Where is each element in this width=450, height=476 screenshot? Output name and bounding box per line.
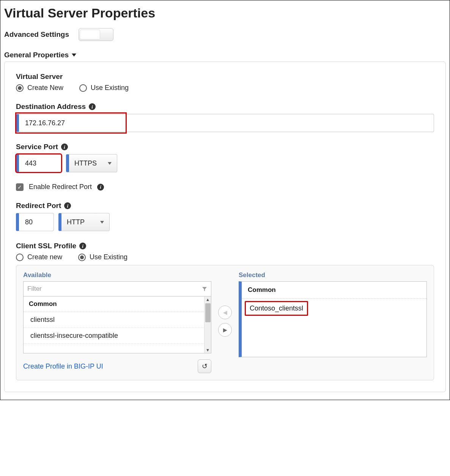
scrollbar[interactable]: ▲ ▼: [204, 296, 211, 353]
available-listbox[interactable]: Common clientssl clientssl-insecure-comp…: [23, 296, 211, 353]
redirect-port-protocol-select[interactable]: HTTP: [58, 213, 110, 231]
radio-create-new[interactable]: [16, 84, 24, 92]
filter-icon: [202, 286, 207, 292]
ssl-radio-create-new-label: Create new: [27, 253, 62, 261]
toggle-knob: [80, 30, 100, 39]
radio-create-new-label: Create New: [27, 84, 63, 92]
enable-redirect-checkbox[interactable]: ✓: [16, 183, 24, 191]
info-icon[interactable]: i: [97, 184, 104, 191]
list-item[interactable]: clientssl-insecure-compatible: [24, 328, 211, 344]
page-title: Virtual Server Properties: [4, 6, 446, 20]
service-port-block: Service Port i HTTPS: [16, 143, 434, 172]
refresh-icon: [202, 362, 208, 370]
ssl-radio-use-existing[interactable]: [78, 254, 86, 261]
create-profile-link[interactable]: Create Profile in BIG-IP UI: [23, 363, 103, 370]
list-item[interactable]: clientssl: [24, 312, 211, 328]
destination-address-label: Destination Address: [16, 102, 86, 111]
select-value: HTTP: [67, 218, 85, 226]
enable-redirect-block: ✓ Enable Redirect Port i: [16, 183, 434, 191]
highlight-box: Contoso_clientssl: [245, 301, 308, 316]
radio-use-existing[interactable]: [79, 84, 87, 92]
info-icon[interactable]: i: [79, 243, 86, 249]
scroll-thumb[interactable]: [205, 303, 211, 322]
list-item[interactable]: Contoso_clientssl: [250, 304, 303, 312]
enable-redirect-label: Enable Redirect Port: [29, 183, 92, 191]
destination-address-block: Destination Address i: [16, 102, 434, 132]
redirect-port-block: Redirect Port i HTTP: [16, 202, 434, 231]
available-column: Available Filter Common clientssl client…: [23, 271, 211, 373]
mover-buttons: ◀ ▶: [218, 271, 232, 337]
virtual-server-block: Virtual Server Create New Use Existing: [16, 73, 434, 92]
advanced-settings-label: Advanced Settings: [4, 30, 69, 39]
info-icon[interactable]: i: [61, 143, 68, 150]
selected-group-header: Common: [242, 282, 426, 299]
service-port-label: Service Port: [16, 143, 58, 151]
refresh-button[interactable]: [198, 359, 211, 373]
filter-placeholder: Filter: [27, 285, 42, 293]
section-label: General Properties: [4, 51, 69, 59]
chevron-down-icon: [72, 54, 76, 57]
virtual-server-label: Virtual Server: [16, 73, 434, 81]
info-icon[interactable]: i: [64, 202, 71, 209]
move-left-button[interactable]: ◀: [218, 306, 232, 319]
ssl-radio-use-existing-label: Use Existing: [90, 253, 127, 261]
advanced-settings-toggle[interactable]: [79, 28, 113, 41]
selected-listbox[interactable]: Common Contoso_clientssl: [239, 281, 427, 357]
available-filter[interactable]: Filter: [23, 281, 211, 296]
selected-column: Selected Common Contoso_clientssl: [239, 271, 427, 357]
service-port-protocol-select[interactable]: HTTPS: [66, 154, 117, 172]
move-right-button[interactable]: ▶: [218, 323, 232, 337]
client-ssl-profile-block: Client SSL Profile i Create new Use Exis…: [16, 242, 434, 261]
available-group-header: Common: [24, 296, 211, 312]
redirect-port-input[interactable]: [16, 213, 54, 231]
ssl-radio-create-new[interactable]: [16, 254, 24, 261]
chevron-down-icon: [100, 221, 104, 224]
ssl-profile-chooser: Available Filter Common clientssl client…: [16, 265, 434, 380]
advanced-settings-row: Advanced Settings: [4, 28, 446, 41]
radio-use-existing-label: Use Existing: [91, 84, 129, 92]
service-port-input[interactable]: [16, 154, 61, 172]
general-properties-panel: Virtual Server Create New Use Existing D…: [4, 61, 446, 392]
redirect-port-label: Redirect Port: [16, 202, 61, 210]
destination-address-input[interactable]: [16, 114, 434, 132]
select-value: HTTPS: [74, 159, 97, 167]
available-header: Available: [23, 271, 211, 279]
selected-header: Selected: [239, 271, 427, 279]
section-general-properties[interactable]: General Properties: [4, 51, 76, 59]
info-icon[interactable]: i: [89, 103, 96, 110]
client-ssl-profile-label: Client SSL Profile: [16, 242, 76, 250]
scroll-up-icon[interactable]: ▲: [206, 296, 210, 303]
scroll-down-icon[interactable]: ▼: [206, 347, 210, 353]
chevron-down-icon: [108, 162, 112, 165]
